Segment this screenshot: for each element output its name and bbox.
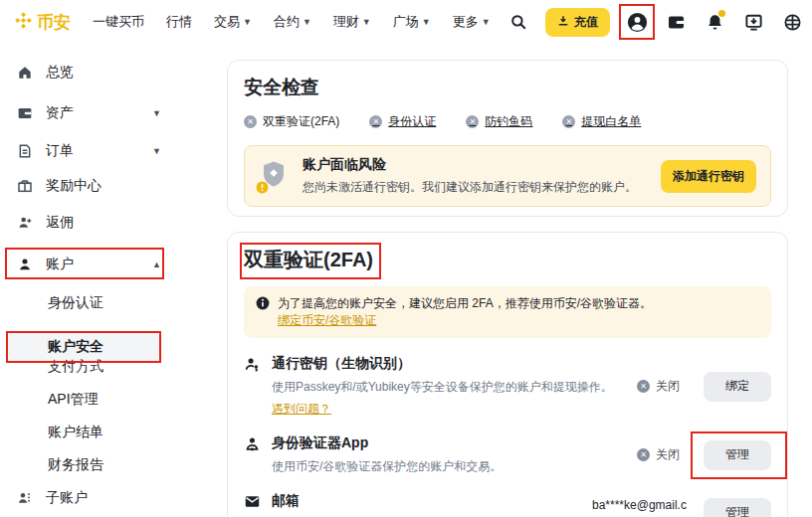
status-off-icon: ✕ [637,448,650,461]
passkey-description: 使用Passkey和/或Yubikey等安全设备保护您的账户和提现操作。 [272,379,637,396]
chevron-down-icon: ▼ [362,18,371,27]
checklist-item-2fa[interactable]: ✕ 双重验证(2FA) [244,113,339,130]
sidebar-subitem-api[interactable]: API管理 [48,391,99,409]
checklist-item-identity[interactable]: ✕ 身份认证 [369,113,436,130]
chevron-down-icon: ▼ [482,18,491,27]
chevron-down-icon: ▼ [152,146,161,156]
binance-logo[interactable]: 币安 [14,11,71,34]
passkey-row: 通行密钥（生物识别） 使用Passkey和/或Yubikey等安全设备保护您的账… [244,355,771,418]
language-globe-icon[interactable] [780,10,804,34]
risk-warning-text: 账户面临风险 您尚未激活通行密钥。我们建议添加通行密钥来保护您的账户。 [303,156,647,196]
chevron-down-icon: ▼ [422,18,431,27]
nav-item-square[interactable]: 广场▼ [393,13,431,31]
passkey-icon [244,356,262,374]
risk-warning-description: 您尚未激活通行密钥。我们建议添加通行密钥来保护您的账户。 [303,179,647,196]
orders-icon [16,142,34,160]
two-fa-notice-text: 为了提高您的账户安全，建议您启用 2FA，推荐使用币安/谷歌验证器。 绑定币安/… [278,295,652,329]
sidebar-item-referral[interactable]: 返佣 [16,214,165,232]
sidebar-item-orders[interactable]: 订单 ▼ [16,142,165,160]
chevron-down-icon: ▼ [243,18,252,27]
sidebar-subitem-statement[interactable]: 账户结单 [48,424,103,441]
deposit-button[interactable]: 充值 [545,8,610,37]
sidebar-subitem-payment[interactable]: 支付方式 [48,358,103,376]
two-fa-card: 双重验证(2FA) 为了提高您的账户安全，建议您启用 2FA，推荐使用币安/谷歌… [227,232,788,517]
top-navbar: 币安 一键买币 行情 交易▼ 合约▼ 理财▼ 广场▼ 更多▼ 充值 [0,0,812,44]
email-masked-value: ba****ke@gmail.com [592,497,688,517]
authenticator-title: 身份验证器App [272,434,637,452]
chevron-down-icon: ▼ [303,18,311,27]
assets-icon [16,104,34,122]
sidebar: 总览 资产 ▼ 订单 ▼ 奖励中心 返佣 [0,44,227,517]
add-passkey-button[interactable]: 添加通行密钥 [661,160,756,193]
checklist-item-whitelist[interactable]: ✕ 提现白名单 [562,113,641,130]
passkey-bind-button[interactable]: 绑定 [704,372,771,402]
chevron-down-icon: ▼ [152,108,161,118]
account-security-page: 币安 一键买币 行情 交易▼ 合约▼ 理财▼ 广场▼ 更多▼ 充值 [0,0,812,517]
authenticator-icon [244,435,262,453]
status-off-icon: ✕ [244,115,257,128]
authenticator-manage-button[interactable]: 管理 [704,440,771,470]
two-fa-title: 双重验证(2FA) [244,247,373,273]
checklist-item-antiphishing[interactable]: ✕ 防钓鱼码 [466,113,532,130]
email-icon [244,493,262,511]
subaccounts-icon [16,489,34,507]
email-row: 邮箱 使用邮箱保护您的账户与交易。 ba****ke@gmail.com 管理 [244,492,771,517]
nav-item-trade[interactable]: 交易▼ [214,13,252,31]
security-check-card: 安全检查 ✕ 双重验证(2FA) ✕ 身份认证 ✕ 防钓鱼码 ✕ 提现白名单 [227,60,788,217]
risk-warning-banner: 账户面临风险 您尚未激活通行密钥。我们建议添加通行密钥来保护您的账户。 添加通行… [244,145,771,207]
passkey-title: 通行密钥（生物识别） [272,355,637,373]
security-checklist: ✕ 双重验证(2FA) ✕ 身份认证 ✕ 防钓鱼码 ✕ 提现白名单 [244,113,771,130]
sidebar-item-subaccounts[interactable]: 子账户 [16,489,165,507]
authenticator-info: 身份验证器App 使用币安/谷歌验证器保护您的账户和交易。 [272,434,637,475]
email-manage-button[interactable]: 管理 [704,498,771,517]
nav-right: 充值 [507,0,804,44]
notification-badge [718,10,725,17]
authenticator-status: ✕ 关闭 [637,446,680,463]
status-off-icon: ✕ [637,380,650,393]
wallet-icon[interactable] [664,10,688,34]
chevron-up-icon: ▲ [152,259,161,269]
nav-item-buy-crypto[interactable]: 一键买币 [93,13,144,31]
nav-left: 币安 一键买币 行情 交易▼ 合约▼ 理财▼ 广场▼ 更多▼ [14,11,491,34]
binance-logo-text: 币安 [37,11,71,34]
account-icon [16,256,34,273]
binance-diamond-icon [14,11,33,34]
search-icon[interactable] [507,10,530,34]
two-fa-notice: 为了提高您的账户安全，建议您启用 2FA，推荐使用币安/谷歌验证器。 绑定币安/… [244,286,771,338]
authenticator-description: 使用币安/谷歌验证器保护您的账户和交易。 [272,458,637,475]
passkey-status: ✕ 关闭 [637,378,680,395]
status-off-icon: ✕ [562,115,575,128]
notifications-bell-icon[interactable] [703,10,726,34]
sidebar-subitem-identity[interactable]: 身份认证 [48,294,103,312]
sidebar-subitem-reports[interactable]: 财务报告 [48,456,103,474]
sidebar-item-overview[interactable]: 总览 [16,64,165,82]
nav-item-more[interactable]: 更多▼ [453,13,491,31]
sidebar-item-rewards-hub[interactable]: 奖励中心 [16,177,165,195]
email-title: 邮箱 [272,492,592,510]
passkey-help-link[interactable]: 遇到问题？ [272,401,331,418]
profile-icon[interactable] [625,10,649,34]
deposit-icon [557,15,569,30]
bind-authenticator-link[interactable]: 绑定币安/谷歌验证 [278,313,376,327]
referral-icon [16,214,34,232]
info-icon [256,296,270,329]
nav-item-earn[interactable]: 理财▼ [333,13,371,31]
risk-warning-title: 账户面临风险 [303,156,647,174]
nav-item-futures[interactable]: 合约▼ [274,13,311,31]
sidebar-item-account[interactable]: 账户 ▲ [16,256,165,273]
shield-warning-icon [259,159,289,193]
home-icon [16,64,34,82]
email-info: 邮箱 使用邮箱保护您的账户与交易。 [272,492,592,517]
passkey-info: 通行密钥（生物识别） 使用Passkey和/或Yubikey等安全设备保护您的账… [272,355,637,418]
status-off-icon: ✕ [466,115,479,128]
security-check-title: 安全检查 [244,75,771,100]
sidebar-item-assets[interactable]: 资产 ▼ [16,104,165,122]
download-app-icon[interactable] [741,10,765,34]
status-off-icon: ✕ [369,115,382,128]
nav-item-markets[interactable]: 行情 [166,13,192,31]
rewards-icon [16,177,34,195]
authenticator-row: 身份验证器App 使用币安/谷歌验证器保护您的账户和交易。 ✕ 关闭 管理 [244,434,771,475]
